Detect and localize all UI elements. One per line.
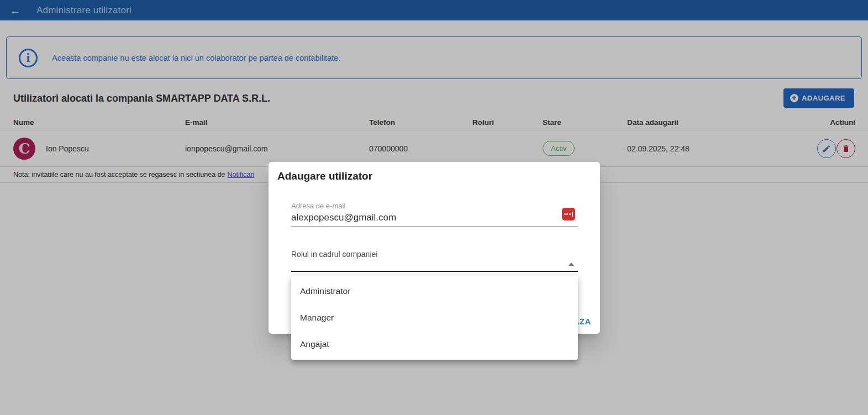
role-field-label: Rolul in cadrul companiei <box>291 250 377 259</box>
role-select-underline[interactable] <box>291 271 578 272</box>
email-input[interactable] <box>291 212 545 223</box>
menu-item-administrator[interactable]: Administrator <box>291 278 578 304</box>
chevron-up-icon[interactable] <box>569 262 574 266</box>
password-manager-autofill-icon[interactable] <box>562 208 575 220</box>
dialog-title: Adaugare utilizator <box>269 162 600 191</box>
email-field-label: Adresa de e-mail <box>291 202 345 210</box>
menu-item-angajat[interactable]: Angajat <box>291 331 578 358</box>
role-dropdown-menu: Administrator Manager Angajat <box>291 276 578 360</box>
email-field-underline <box>291 226 578 227</box>
menu-item-manager[interactable]: Manager <box>291 304 578 331</box>
